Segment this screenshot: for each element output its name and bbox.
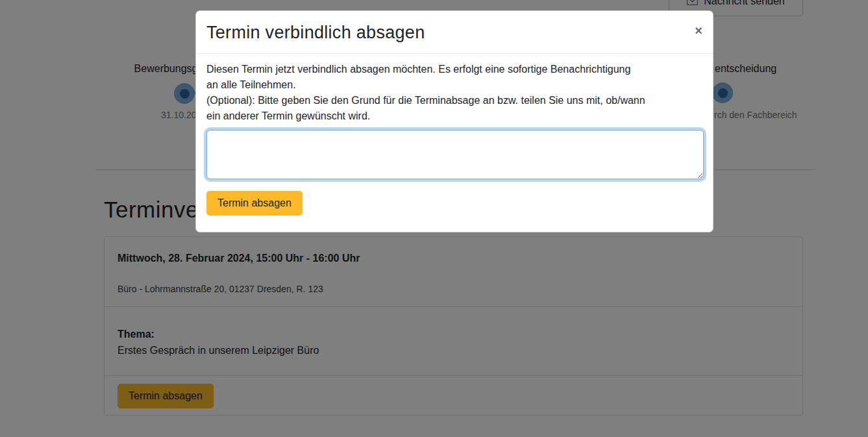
- screen: Nachricht senden Bewerbungsgespräch 31.1…: [0, 0, 868, 437]
- modal-body-text: ein anderer Termin gewünscht wird.: [206, 108, 702, 124]
- cancel-reason-textarea[interactable]: [206, 130, 704, 179]
- modal-body-text: Diesen Termin jetzt verbindlich absagen …: [206, 62, 702, 77]
- modal-body-text: an alle Teilnehmen.: [206, 77, 702, 93]
- close-icon[interactable]: ×: [695, 24, 702, 37]
- modal-header: Termin verbindlich absagen ×: [196, 11, 713, 54]
- confirm-cancel-button[interactable]: Termin absagen: [206, 191, 303, 216]
- modal-body: Diesen Termin jetzt verbindlich absagen …: [196, 54, 713, 226]
- modal-body-text: (Optional): Bitte geben Sie den Grund fü…: [206, 93, 702, 108]
- cancel-appointment-modal: Termin verbindlich absagen × Diesen Term…: [195, 10, 713, 232]
- modal-title: Termin verbindlich absagen: [206, 23, 702, 43]
